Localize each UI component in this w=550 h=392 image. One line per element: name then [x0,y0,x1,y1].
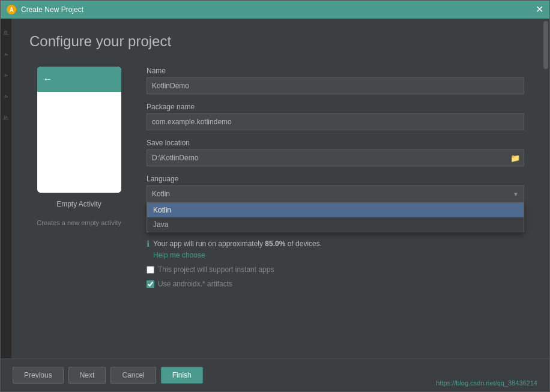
name-label: Name [147,67,524,75]
language-dropdown[interactable]: Kotlin ▼ [147,185,524,202]
strip-label-5: s| [3,116,9,120]
language-dropdown-container: Kotlin ▼ Kotlin Java [147,185,524,202]
strip-label-2: 4 [3,53,9,56]
previous-button[interactable]: Previous [13,367,64,384]
save-location-input[interactable] [147,150,507,166]
strip-label-1: e| [3,31,9,35]
save-location-input-wrapper: 📁 [147,149,524,166]
folder-icon[interactable]: 📁 [507,154,524,163]
cancel-button[interactable]: Cancel [110,367,156,384]
help-link[interactable]: Help me choose [153,251,322,259]
language-label: Language [147,175,524,183]
dropdown-arrow-icon: ▼ [513,191,519,198]
form-area: Name Package name Save location 📁 [147,67,524,358]
back-arrow-icon: ← [43,74,53,85]
save-location-label: Save location [147,139,524,147]
info-section: ℹ Your app will run on approximately 85.… [147,238,524,259]
save-location-group: Save location 📁 [147,139,524,166]
scrollbar-thumb[interactable] [543,21,548,69]
androidx-checkbox[interactable] [147,280,154,288]
phone-body [37,92,121,193]
instant-apps-checkbox[interactable] [147,266,154,274]
name-group: Name [147,67,524,94]
phone-preview-container: ← Empty Activity Creates a new empty act… [29,67,128,358]
main-area: Configure your project ← Empty Activity … [11,19,542,358]
info-icon: ℹ [147,239,150,249]
phone-header: ← [37,67,121,92]
package-name-group: Package name [147,103,524,130]
name-input[interactable] [147,77,524,94]
finish-button[interactable]: Finish [161,367,203,384]
instant-apps-group: This project will support instant apps [147,265,524,274]
activity-desc: Creates a new empty activity [37,219,121,226]
language-option-kotlin[interactable]: Kotlin [147,203,524,217]
package-label: Package name [147,103,524,111]
right-scrollbar [542,19,549,358]
language-dropdown-menu: Kotlin Java [147,202,524,232]
next-button[interactable]: Next [68,367,106,384]
strip-label-3: 4 [3,74,9,77]
package-input[interactable] [147,113,524,130]
page-title: Configure your project [29,33,524,50]
info-text-container: Your app will run on approximately 85.0%… [153,238,322,259]
instant-apps-label: This project will support instant apps [158,265,274,274]
language-group: Language Kotlin ▼ Kotlin Java [147,175,524,202]
watermark: https://blog.csdn.net/qq_38436214 [436,379,537,387]
info-text: Your app will run on approximately 85.0%… [153,240,322,248]
language-option-java[interactable]: Java [147,217,524,232]
activity-label: Empty Activity [56,200,101,208]
footer-buttons: Previous Next Cancel Finish [13,367,203,384]
androidx-group: Use androidx.* artifacts [147,280,524,288]
create-project-dialog: A Create New Project ✕ e| 4 4 4 s| Confi… [0,0,550,392]
footer: https://blog.csdn.net/qq_38436214 Previo… [1,358,549,391]
phone-preview: ← [37,67,121,193]
body-area: ← Empty Activity Creates a new empty act… [29,67,524,358]
title-bar-left: A Create New Project [7,5,83,14]
androidx-label: Use androidx.* artifacts [158,280,232,288]
language-selected-value: Kotlin [152,190,170,198]
left-sidebar-strip: e| 4 4 4 s| [1,19,11,358]
title-bar-text: Create New Project [21,5,83,14]
title-bar: A Create New Project ✕ [1,1,549,19]
app-icon: A [7,5,16,14]
close-button[interactable]: ✕ [536,5,543,14]
info-bold: 85.0% [265,240,285,248]
dialog-content: e| 4 4 4 s| Configure your project ← Emp… [1,19,549,358]
strip-label-4: 4 [3,95,9,98]
